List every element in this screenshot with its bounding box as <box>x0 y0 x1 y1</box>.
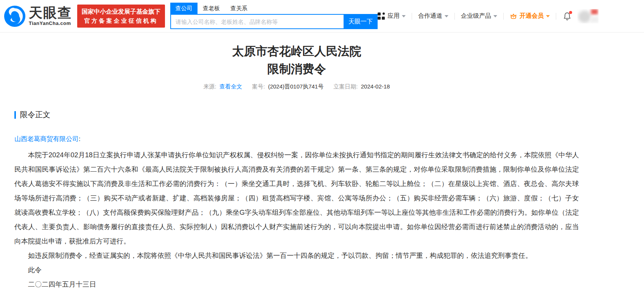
user-avatar[interactable] <box>577 9 599 23</box>
nav-divider <box>503 13 504 20</box>
section-header-order-text: 限令正文 <box>14 110 579 120</box>
tianyancha-logo[interactable]: 天眼查 TianYanCha.com <box>4 5 72 27</box>
order-paragraph: 本院于2024年02月18日立案执行申请人张某申请执行你单位知识产权权属、侵权纠… <box>14 148 579 248</box>
company-line: 山西老葛商贸有限公司: <box>14 134 579 144</box>
avatar-blur-shape <box>590 17 599 23</box>
nav-apps[interactable]: 应用 <box>378 12 406 20</box>
tab-search-company[interactable]: 查公司 <box>170 3 198 14</box>
company-colon: : <box>79 135 81 143</box>
page-title: 太原市杏花岭区人民法院 限制消费令 <box>14 42 579 78</box>
nav-vip-label: 开通会员 <box>520 12 544 20</box>
company-link[interactable]: 山西老葛商贸有限公司 <box>14 135 79 143</box>
brand-certification-badge: 国家中小企业发展子基金旗下 官方备案企业征信机构 <box>77 5 165 28</box>
crown-icon <box>510 12 517 20</box>
logo-text: 天眼查 <box>29 6 72 20</box>
order-closing: 此令 <box>14 263 579 277</box>
notifications-bell[interactable] <box>563 12 571 21</box>
view-fulltext-link[interactable]: 查看全文 <box>219 83 242 90</box>
nav-cooperation-label: 合作通道 <box>418 12 442 20</box>
document-page: 太原市杏花岭区人民法院 限制消费令 来源: 查看全文 案号: (2024)晋01… <box>14 42 579 292</box>
search-button[interactable]: 天眼一下 <box>344 14 378 29</box>
logo-domain: TianYanCha.com <box>29 20 72 26</box>
nav-divider <box>556 13 556 20</box>
chevron-down-icon <box>493 15 497 17</box>
search-block: 查公司 查老板 查关系 天眼一下 <box>170 3 378 29</box>
badge-line2: 官方备案企业征信机构 <box>82 16 160 25</box>
document-meta: 来源: 查看全文 案号: (2024)晋0107执741号 立案日期: 2024… <box>14 82 579 91</box>
badge-line1: 国家中小企业发展子基金旗下 <box>82 7 160 16</box>
nav-divider <box>454 13 455 20</box>
nav-apps-label: 应用 <box>387 12 400 20</box>
tab-search-boss[interactable]: 查老板 <box>198 3 225 14</box>
chevron-down-icon <box>546 15 550 17</box>
tianyancha-eye-icon <box>4 5 26 27</box>
logo-text-block: 天眼查 TianYanCha.com <box>29 6 72 26</box>
nav-enterprise-label: 企业级产品 <box>461 12 491 20</box>
avatar-blur-shape <box>578 11 591 23</box>
section-title: 限令正文 <box>20 110 50 120</box>
avatar-blur-shape <box>591 9 598 14</box>
site-header: 天眼查 TianYanCha.com 国家中小企业发展子基金旗下 官方备案企业征… <box>0 0 644 33</box>
chevron-down-icon <box>445 15 448 17</box>
filing-date-label: 立案日期: <box>333 83 358 90</box>
section-accent-bar <box>14 111 16 119</box>
tab-search-relation[interactable]: 查关系 <box>225 3 253 14</box>
document-type: 限制消费令 <box>14 60 579 78</box>
nav-cooperation[interactable]: 合作通道 <box>418 12 448 20</box>
notification-dot <box>569 11 572 14</box>
filing-date-value: 2024-02-18 <box>361 83 390 90</box>
nav-divider <box>412 13 412 20</box>
case-number-label: 案号: <box>252 83 265 90</box>
nav-enterprise-products[interactable]: 企业级产品 <box>461 12 497 20</box>
order-paragraph: 如违反限制消费令，经查证属实的，本院将依照《中华人民共和国民事诉讼法》第一百一十… <box>14 248 579 263</box>
search-tabs: 查公司 查老板 查关系 <box>170 3 378 14</box>
top-nav: 应用 合作通道 企业级产品 开通会员 <box>378 0 599 32</box>
source-label: 来源: <box>204 83 216 90</box>
order-date: 二〇二四年五月十三日 <box>14 277 579 292</box>
search-bar: 天眼一下 <box>170 14 378 29</box>
case-number-value: (2024)晋0107执741号 <box>268 83 324 90</box>
nav-vip-membership[interactable]: 开通会员 <box>510 12 550 20</box>
chevron-down-icon <box>402 15 406 17</box>
court-name: 太原市杏花岭区人民法院 <box>14 42 579 60</box>
search-input[interactable] <box>170 14 344 29</box>
apps-grid-icon <box>378 12 385 20</box>
